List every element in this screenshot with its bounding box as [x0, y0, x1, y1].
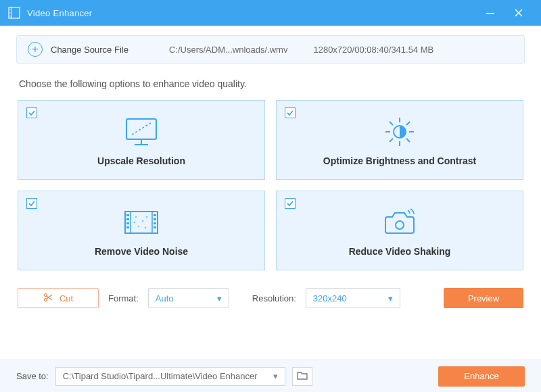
option-upscale-resolution[interactable]: Upscale Resolution — [18, 100, 265, 180]
svg-point-34 — [138, 226, 140, 228]
film-icon — [122, 204, 160, 241]
tools-row: Cut Format: Auto ▾ Resolution: 320x240 ▾… — [18, 288, 523, 308]
enhance-button[interactable]: Enhance — [438, 366, 525, 387]
change-source-button[interactable]: + — [28, 42, 43, 57]
svg-point-37 — [134, 222, 136, 224]
save-to-label: Save to: — [16, 371, 49, 381]
preview-button[interactable]: Preview — [444, 288, 523, 308]
svg-rect-29 — [154, 218, 156, 220]
svg-line-20 — [390, 139, 393, 142]
preview-label: Preview — [468, 293, 499, 303]
svg-rect-28 — [154, 214, 156, 216]
svg-point-2 — [9, 9, 10, 9]
camera-icon — [381, 204, 419, 241]
resolution-select[interactable]: 320x240 ▾ — [306, 288, 400, 308]
save-path-value: C:\Tipard Studio\Tipard...Ultimate\Video… — [63, 371, 258, 381]
option-label: Remove Video Noise — [95, 246, 188, 257]
folder-icon — [297, 370, 308, 382]
format-select[interactable]: Auto ▾ — [148, 288, 229, 308]
svg-rect-27 — [126, 226, 129, 228]
svg-rect-26 — [126, 222, 129, 224]
resolution-label: Resolution: — [252, 293, 296, 303]
checkbox-upscale[interactable] — [26, 107, 37, 118]
source-meta: 1280x720/00:08:40/341.54 MB — [313, 45, 433, 55]
chevron-down-icon: ▾ — [273, 371, 278, 381]
format-label: Format: — [108, 293, 139, 303]
options-grid: Upscale Resolution Optimize Brightness a… — [18, 100, 523, 270]
footer-bar: Save to: C:\Tipard Studio\Tipard...Ultim… — [0, 360, 541, 392]
option-label: Reduce Video Shaking — [349, 246, 451, 257]
source-file-bar: + Change Source File C:/Users/ADM...wnlo… — [16, 35, 525, 64]
svg-line-18 — [406, 139, 410, 142]
svg-rect-25 — [126, 218, 129, 220]
svg-line-17 — [390, 122, 393, 125]
svg-point-3 — [9, 12, 10, 13]
checkbox-brightness[interactable] — [285, 107, 296, 118]
svg-rect-21 — [125, 212, 158, 233]
svg-point-4 — [9, 16, 10, 16]
option-label: Optimize Brightness and Contrast — [323, 155, 476, 166]
option-reduce-shaking[interactable]: Reduce Video Shaking — [276, 191, 523, 270]
svg-rect-30 — [154, 222, 156, 224]
titlebar: Video Enhancer — [0, 0, 541, 26]
minimize-button[interactable] — [476, 0, 504, 26]
scissors-icon — [43, 293, 53, 304]
svg-point-36 — [145, 227, 147, 229]
save-path-select[interactable]: C:\Tipard Studio\Tipard...Ultimate\Video… — [55, 367, 285, 386]
instruction-text: Choose the following options to enhance … — [19, 78, 522, 89]
svg-point-32 — [135, 216, 137, 218]
source-path: C:/Users/ADM...wnloads/.wmv — [169, 45, 288, 55]
cut-button[interactable]: Cut — [18, 288, 99, 308]
svg-point-38 — [396, 221, 404, 229]
plus-icon: + — [32, 43, 38, 55]
svg-point-35 — [146, 216, 148, 218]
svg-rect-8 — [126, 119, 156, 139]
svg-line-19 — [406, 122, 410, 125]
resolution-value: 320x240 — [313, 293, 347, 303]
checkbox-noise[interactable] — [26, 198, 37, 209]
chevron-down-icon: ▾ — [217, 293, 222, 303]
close-button[interactable] — [504, 0, 533, 26]
checkbox-shaking[interactable] — [285, 198, 296, 209]
svg-rect-24 — [126, 214, 129, 216]
option-brightness-contrast[interactable]: Optimize Brightness and Contrast — [276, 100, 523, 180]
option-label: Upscale Resolution — [97, 155, 185, 166]
monitor-icon — [122, 114, 160, 150]
enhance-label: Enhance — [464, 371, 498, 381]
option-remove-noise[interactable]: Remove Video Noise — [18, 191, 265, 270]
change-source-label[interactable]: Change Source File — [51, 45, 128, 55]
cut-label: Cut — [60, 293, 73, 303]
chevron-down-icon: ▾ — [388, 293, 393, 303]
svg-point-39 — [44, 293, 47, 296]
format-value: Auto — [156, 293, 174, 303]
svg-point-40 — [44, 298, 47, 301]
app-icon — [8, 7, 20, 19]
brightness-icon — [383, 114, 417, 150]
svg-line-11 — [132, 123, 151, 134]
svg-point-33 — [142, 220, 144, 222]
open-folder-button[interactable] — [292, 367, 312, 386]
svg-rect-31 — [154, 226, 156, 228]
app-title: Video Enhancer — [27, 8, 92, 18]
